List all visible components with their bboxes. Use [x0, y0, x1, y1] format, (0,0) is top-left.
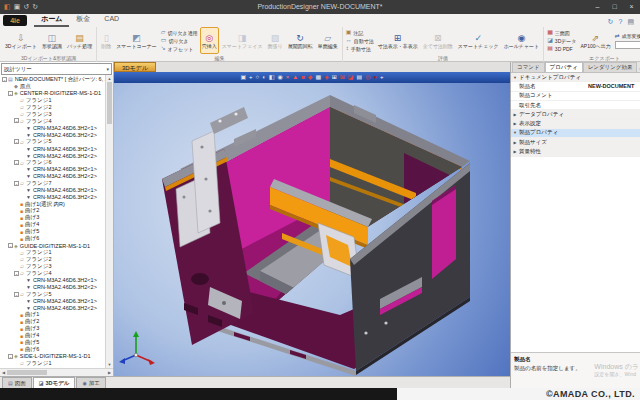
tree-item[interactable]: ▱フランジ1	[0, 249, 105, 256]
shape-recognition-button[interactable]: ◫形状認識	[40, 27, 64, 54]
tree-item[interactable]: ▼CRN-M3A2.46D6.3H2<1>	[0, 166, 105, 173]
viewport-3d-scene[interactable]	[114, 83, 510, 376]
tree-item[interactable]: ■曲げ3	[0, 325, 105, 332]
property-row[interactable]: ▶質量特性	[511, 147, 640, 156]
scrollbar-thumb[interactable]	[7, 370, 47, 375]
tree-item[interactable]: ▱フランジ2	[0, 104, 105, 111]
smart-check-button[interactable]: ✓スマートチェック	[456, 27, 501, 54]
property-row[interactable]: ▼製品プロパティ	[511, 129, 640, 138]
tree-item[interactable]: ▼CRN-M3A2.46D6.3H2<2>	[0, 194, 105, 201]
panel-tab-コマンド[interactable]: コマンド	[512, 62, 545, 72]
sync-icon[interactable]: ↻	[608, 17, 614, 27]
app-menu-icon[interactable]: ◧	[4, 0, 11, 14]
tree-expander[interactable]: -	[2, 77, 7, 82]
tree-item[interactable]: ■曲げ3	[0, 214, 105, 221]
scroll-right-icon[interactable]: ▶	[106, 369, 113, 376]
viewport-tool-icon[interactable]: ◆	[308, 74, 313, 81]
viewport-tab-3d-model[interactable]: 3Dモデル	[114, 62, 156, 72]
tree-item[interactable]: ▱フランジ1	[0, 360, 105, 367]
delete-all-dimensions-button[interactable]: ⊠全て寸法削除	[421, 27, 455, 54]
3d-import-button[interactable]: ⇩3Dインポート	[3, 27, 39, 54]
viewport-tool-icon[interactable]: ◐	[262, 74, 266, 81]
ribbon-tab-板金[interactable]: 板金	[69, 13, 97, 27]
undo-icon[interactable]: ↺	[23, 0, 29, 14]
tree-item[interactable]: ■曲げ2	[0, 318, 105, 325]
tree-item[interactable]: ■曲げ6	[0, 346, 105, 353]
batch-process-button[interactable]: ▤バッチ処理	[65, 27, 94, 54]
tree-item[interactable]: -▱フランジ7	[0, 180, 105, 187]
tree-item[interactable]: -▤NEW-DOCUMENT* [ 合計パーツ: 6, ユ	[0, 76, 105, 83]
ap100-output-button[interactable]: ⇗AP100へ出力	[579, 27, 613, 54]
3d-data-button[interactable]: ◪3Dデータ	[547, 37, 576, 44]
tree-expander[interactable]: -	[14, 160, 19, 165]
hole-chart-button[interactable]: ◉ホールチャート	[502, 27, 542, 54]
tree-item[interactable]: ◆原点	[0, 83, 105, 90]
face-fill-button[interactable]: ▧面張り	[266, 27, 285, 54]
viewport-tool-icon[interactable]: ▲	[292, 74, 298, 81]
three-view-button[interactable]: ▦三面図	[547, 29, 576, 36]
bottom-tab-図面[interactable]: ▤図面	[2, 377, 32, 388]
tree-item[interactable]: ■曲げ4	[0, 221, 105, 228]
save-icon[interactable]: ▣	[14, 0, 21, 14]
tree-item[interactable]: ▼CRN-M3A2.46D6.3H2<2>	[0, 284, 105, 291]
tree-vertical-scrollbar[interactable]: ▲ ▼	[105, 75, 113, 368]
tree-item[interactable]: ▱フランジ1	[0, 97, 105, 104]
scroll-down-icon[interactable]: ▼	[106, 361, 113, 368]
tree-item[interactable]: ▼CRN-M3A2.46D6.3H2<2>	[0, 304, 105, 311]
viewport-tool-icon[interactable]: ⊠	[340, 74, 345, 81]
tree-item[interactable]: ▼CRN-M3A2.46D6.3H2<1>	[0, 277, 105, 284]
3d-pdf-button[interactable]: ▤3D PDF	[547, 45, 576, 52]
viewport-tool-icon[interactable]: ▦	[315, 74, 321, 81]
viewport-tool-icon[interactable]: ×	[286, 74, 290, 81]
property-row[interactable]: 製品コメント	[511, 92, 640, 101]
viewport-tool-icon[interactable]: ◉	[278, 74, 283, 81]
ribbon-tab-CAD[interactable]: CAD	[97, 13, 126, 27]
tree-item[interactable]: ■曲げ1	[0, 311, 105, 318]
viewport-tool-icon[interactable]: ◪	[348, 74, 354, 81]
panel-toggle-icon[interactable]: ▤	[627, 17, 634, 27]
viewport-tool-icon[interactable]: ●	[373, 74, 377, 81]
annotation-button[interactable]: ▣注記	[346, 29, 374, 36]
smart-corner-button[interactable]: ◩スマートコーナー	[114, 27, 159, 54]
redo-icon[interactable]: ↻	[32, 0, 38, 14]
tree-item[interactable]: ■曲げ5	[0, 228, 105, 235]
property-row[interactable]: 製品名NEW-DOCUMENT	[511, 82, 640, 91]
notch-apply-button[interactable]: ▱切り欠き適用	[161, 29, 198, 36]
help-icon[interactable]: ?	[618, 17, 622, 27]
property-row[interactable]: 取引先名	[511, 101, 640, 110]
tree-item[interactable]: -▱フランジ4	[0, 118, 105, 125]
viewport-tool-icon[interactable]: ▤	[357, 74, 363, 81]
maximize-button[interactable]: □	[606, 0, 623, 14]
scroll-left-icon[interactable]: ◀	[0, 369, 7, 376]
tree-item[interactable]: ▼CRN-M3A2.46D6.3H2<1>	[0, 187, 105, 194]
tree-item[interactable]: -▱フランジ5	[0, 138, 105, 145]
tree-item[interactable]: ▱フランジ3	[0, 111, 105, 118]
viewport-tool-icon[interactable]: ▣	[240, 74, 246, 81]
tree-item[interactable]: -◈GUIDE-DIGITIZER-MS-1-D1	[0, 242, 105, 249]
tree-item[interactable]: ▼CRN-M3A2.46D6.3H2<1>	[0, 145, 105, 152]
property-row[interactable]: ▶表示設定	[511, 119, 640, 128]
tree-item[interactable]: -▱フランジ5	[0, 291, 105, 298]
single-face-edit-button[interactable]: ▱単面編集	[316, 27, 340, 54]
property-row[interactable]: ▼ドキュメントプロパティ	[511, 73, 640, 82]
tree-item[interactable]: -▱フランジ6	[0, 159, 105, 166]
viewport-tool-icon[interactable]: +	[380, 74, 384, 81]
tree-expander[interactable]: -	[8, 354, 13, 359]
chevron-down-icon[interactable]: ▾	[106, 66, 109, 72]
bottom-tab-3Dモデル[interactable]: ◪3Dモデル	[33, 377, 76, 388]
tree-item[interactable]: -▱フランジ4	[0, 270, 105, 277]
app-logo[interactable]: 4ie	[3, 15, 27, 26]
tree-item[interactable]: ▼CRN-M3A2.46D6.3H2<2>	[0, 173, 105, 180]
tree-item[interactable]: ▼CRN-M3A2.46D6.3H2<2>	[0, 152, 105, 159]
tree-expander[interactable]: -	[8, 91, 13, 96]
unfold-rotate-button[interactable]: ↻展開図回転	[286, 27, 315, 54]
property-row[interactable]: ▶データプロパティ	[511, 110, 640, 119]
forming-conversion-table-button[interactable]: ⇄成形変換テーブル	[615, 33, 640, 40]
tree-expander[interactable]: -	[14, 118, 19, 123]
forming-conversion-table-select[interactable]: ▾	[615, 41, 640, 49]
tree-item[interactable]: -◈CENTER-R-DIGITIZER-MS-1-D1	[0, 90, 105, 97]
tree-expander[interactable]: -	[14, 292, 19, 297]
panel-tab-プロパティ[interactable]: プロパティ	[545, 62, 583, 72]
tree-item[interactable]: -◈SIDE-L-DIGITIZER-MS-1-D1	[0, 353, 105, 360]
tree-expander[interactable]: -	[14, 181, 19, 186]
